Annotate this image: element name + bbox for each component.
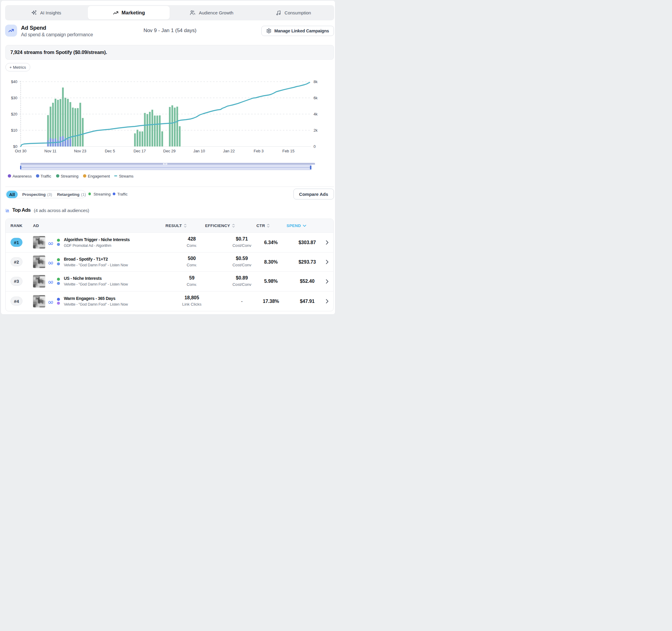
svg-text:6k: 6k: [313, 96, 318, 100]
svg-text:Jan 22: Jan 22: [223, 149, 235, 153]
svg-text:Feb 3: Feb 3: [254, 149, 263, 153]
svg-text:Dec 17: Dec 17: [134, 149, 146, 153]
svg-text:$30: $30: [11, 96, 17, 100]
svg-text:Dec 29: Dec 29: [163, 149, 176, 153]
svg-text:$0: $0: [13, 144, 17, 149]
svg-text:$20: $20: [11, 112, 17, 116]
svg-text:Dec 5: Dec 5: [105, 149, 115, 153]
svg-text:$10: $10: [11, 128, 17, 133]
svg-text:0: 0: [313, 144, 316, 149]
svg-text:Feb 15: Feb 15: [282, 149, 294, 153]
svg-text:8k: 8k: [313, 79, 318, 84]
svg-text:Jan 10: Jan 10: [193, 149, 205, 153]
svg-text:2k: 2k: [313, 128, 318, 133]
svg-text:Nov 23: Nov 23: [74, 149, 86, 153]
svg-text:Oct 30: Oct 30: [15, 149, 26, 153]
svg-text:$40: $40: [11, 79, 17, 84]
svg-text:4k: 4k: [313, 112, 318, 116]
svg-text:Nov 11: Nov 11: [44, 149, 56, 153]
